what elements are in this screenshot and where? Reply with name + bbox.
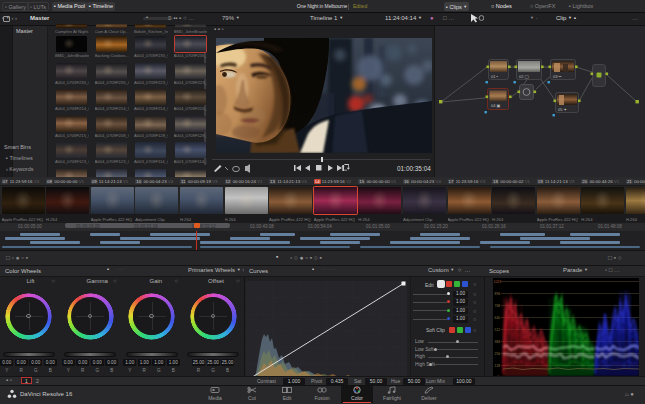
svg-text:02 ◯: 02 ◯ [519, 74, 530, 79]
svg-text:01 ▪: 01 ▪ [491, 74, 499, 79]
svg-text:03 ▪▪: 03 ▪▪ [553, 74, 562, 79]
svg-text:1023: 1023 [494, 280, 502, 284]
svg-text:640: 640 [495, 316, 501, 320]
svg-text:05 ✦: 05 ✦ [558, 107, 568, 112]
svg-text:896: 896 [495, 292, 501, 296]
svg-text:256: 256 [495, 352, 501, 356]
svg-text:04 ▣: 04 ▣ [491, 103, 501, 108]
svg-text:384: 384 [495, 340, 501, 344]
svg-text:128: 128 [495, 364, 501, 368]
svg-text:768: 768 [495, 304, 501, 308]
svg-text:512: 512 [495, 328, 501, 332]
